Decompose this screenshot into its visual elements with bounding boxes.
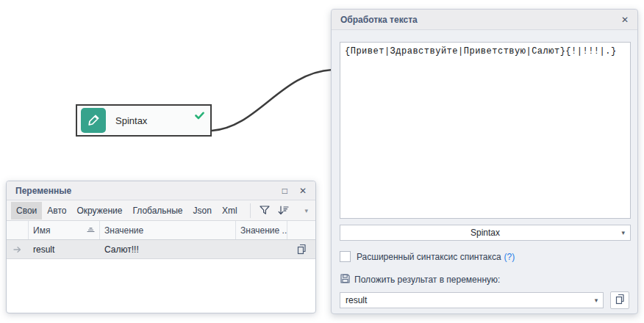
tab-auto[interactable]: Авто <box>42 202 71 219</box>
sort-button[interactable] <box>274 202 293 219</box>
header-name-col[interactable]: Имя <box>29 221 100 239</box>
filter-button[interactable] <box>255 202 274 219</box>
tab-json[interactable]: Json <box>188 202 217 219</box>
extended-syntax-label: Расширенный синтаксис спинтакса <box>357 252 501 262</box>
filter-icon <box>260 206 270 215</box>
extended-syntax-checkbox[interactable] <box>340 251 351 262</box>
header-value2-col[interactable]: Значение ... <box>236 221 287 239</box>
copy-variable-button[interactable] <box>610 291 629 309</box>
row-variable-value2 <box>236 240 287 258</box>
tab-global[interactable]: Глобальные <box>127 202 187 219</box>
spintax-node[interactable]: Spintax <box>76 104 212 137</box>
header-indicator-col <box>7 221 29 239</box>
help-link[interactable]: (?) <box>504 252 515 262</box>
toolbar-divider <box>250 203 251 218</box>
header-value-col[interactable]: Значение <box>100 221 236 239</box>
copy-icon <box>615 294 626 308</box>
workspace-canvas: Spintax Обработка текста ✕ {Привет|Здрав… <box>0 0 644 323</box>
header-actions-col <box>287 221 315 239</box>
check-icon <box>195 109 204 123</box>
variables-titlebar: Переменные □ ✕ <box>7 181 315 200</box>
panel-body: {Привет|Здравствуйте|Приветствую|Салют}{… <box>332 30 637 309</box>
text-processing-panel: Обработка текста ✕ {Привет|Здравствуйте|… <box>331 9 638 314</box>
variables-table-header: Имя Значение Значение ... <box>7 221 315 240</box>
dropdown-arrow-icon[interactable]: ▾ <box>304 207 312 214</box>
result-variable-value: result <box>346 295 367 305</box>
panel-title: Обработка текста <box>340 15 609 25</box>
row-arrow-icon <box>7 240 29 258</box>
mode-dropdown-value: Spintax <box>471 228 500 238</box>
result-variable-dropdown[interactable]: result ▾ <box>340 292 604 308</box>
table-row[interactable]: result Салют!!! <box>7 240 315 259</box>
variables-window: Переменные □ ✕ Свои Авто Окружение Глоба… <box>6 181 316 313</box>
spintax-text-input[interactable]: {Привет|Здравствуйте|Приветствую|Салют}{… <box>340 42 631 219</box>
pencil-icon <box>81 108 106 133</box>
variables-tabbar: Свои Авто Окружение Глобальные Json Xml … <box>7 200 315 221</box>
copy-row-button[interactable] <box>287 240 315 258</box>
tab-xml[interactable]: Xml <box>217 202 243 219</box>
save-result-label: Положить результат в переменную: <box>354 275 500 285</box>
extended-syntax-row: Расширенный синтаксис спинтакса (?) <box>340 251 629 262</box>
close-icon[interactable]: ✕ <box>621 15 629 24</box>
maximize-icon[interactable]: □ <box>282 186 287 195</box>
column-sort-icon <box>87 225 95 236</box>
mode-dropdown[interactable]: Spintax ▾ <box>340 225 631 241</box>
tab-environment[interactable]: Окружение <box>71 202 127 219</box>
node-label: Spintax <box>115 115 147 126</box>
floppy-icon <box>340 273 351 286</box>
sort-desc-icon <box>278 206 289 216</box>
row-variable-value: Салют!!! <box>100 240 236 258</box>
save-result-row: Положить результат в переменную: <box>340 273 629 286</box>
dropdown-arrow-icon: ▾ <box>621 229 625 236</box>
tab-own[interactable]: Свои <box>11 202 42 219</box>
dropdown-arrow-icon: ▾ <box>595 297 598 304</box>
panel-titlebar: Обработка текста ✕ <box>332 10 637 30</box>
close-icon[interactable]: ✕ <box>299 186 307 195</box>
result-variable-row: result ▾ <box>340 291 629 309</box>
copy-icon <box>296 244 307 255</box>
variables-title: Переменные <box>15 186 271 196</box>
row-variable-name: result <box>29 240 100 258</box>
